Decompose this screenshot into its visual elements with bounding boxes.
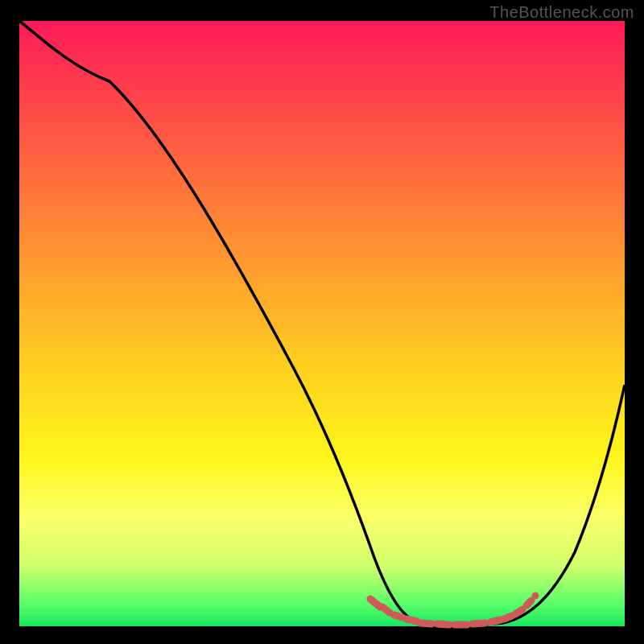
svg-line-5 <box>437 624 449 625</box>
svg-line-7 <box>473 623 485 624</box>
svg-line-1 <box>382 607 390 613</box>
svg-line-0 <box>370 599 380 607</box>
watermark-text: TheBottleneck.com <box>489 3 634 22</box>
plot-area <box>19 21 625 626</box>
svg-line-10 <box>515 609 522 614</box>
bottleneck-curve <box>19 21 625 625</box>
svg-point-12 <box>532 592 539 600</box>
svg-line-2 <box>394 615 402 617</box>
svg-line-11 <box>526 601 531 605</box>
svg-line-4 <box>420 623 431 624</box>
chart-frame: TheBottleneck.com <box>0 0 644 644</box>
curve-layer <box>19 21 625 626</box>
svg-line-9 <box>504 616 512 619</box>
svg-line-8 <box>490 620 501 622</box>
svg-line-3 <box>407 619 417 621</box>
